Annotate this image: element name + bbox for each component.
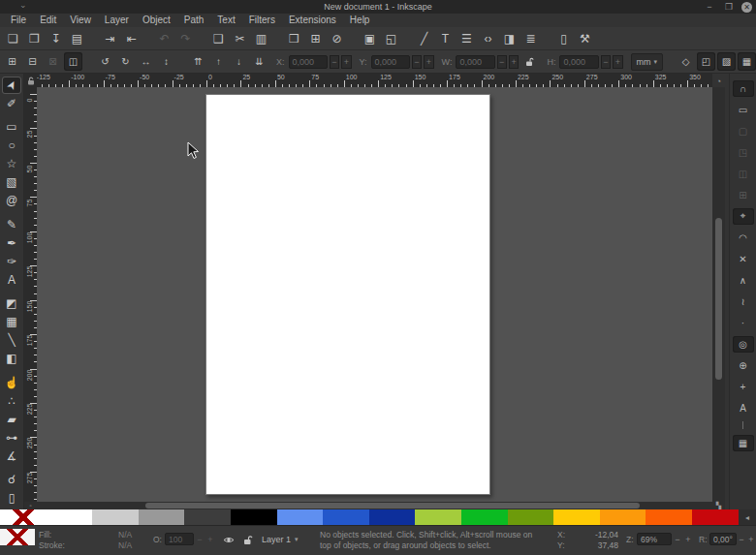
color-managed-display-toggle[interactable]: ▫ (24, 502, 37, 509)
tool-tweak[interactable]: ☝ (2, 374, 21, 391)
new-document-button[interactable]: ❏ (4, 29, 22, 47)
snap-bounding-box[interactable]: ▭ (733, 102, 754, 118)
layer-lock-toggle[interactable] (240, 532, 256, 547)
select-all-layers-button[interactable]: ⊟ (23, 52, 42, 71)
y-field-minus-button[interactable]: − (412, 55, 422, 69)
palette-swatch-7[interactable] (323, 509, 369, 525)
fill-stroke-none-swatch[interactable] (0, 529, 35, 545)
palette-swatch-8[interactable] (369, 509, 416, 525)
h-field-plus-button[interactable]: + (613, 55, 622, 69)
snap-nodes-paths[interactable]: ⌖ (733, 208, 754, 225)
canvas[interactable] (37, 87, 712, 502)
opacity-plus-button[interactable]: + (205, 533, 215, 545)
palette-swatch-5[interactable] (231, 509, 277, 525)
vertical-scrollbar-thumb[interactable] (715, 218, 722, 380)
raise-to-top-button[interactable]: ⇈ (189, 52, 207, 71)
snap-cusp-nodes[interactable]: ∧ (733, 272, 754, 289)
horizontal-scrollbar[interactable]: ▫ ▚ (24, 502, 725, 509)
menu-edit[interactable]: Edit (33, 14, 63, 27)
xml-editor-button[interactable]: ‹› (479, 29, 497, 47)
snap-others[interactable]: ◎ (733, 336, 754, 353)
layers-dialog-button[interactable]: ☰ (457, 29, 476, 47)
print-button[interactable]: ▤ (68, 29, 86, 47)
ungroup-button[interactable]: ◱ (382, 29, 400, 47)
tool-zoom[interactable]: ☌ (2, 471, 21, 488)
undo-button[interactable]: ↶ (155, 29, 173, 47)
flip-vertical-button[interactable]: ↕ (157, 52, 175, 71)
tool-page[interactable]: ▯ (2, 489, 21, 507)
rotate-ccw-button[interactable]: ↺ (96, 52, 114, 71)
opacity-minus-button[interactable]: − (195, 533, 205, 545)
tool-mesh-gradient[interactable]: ▦ (2, 313, 21, 330)
snap-grids[interactable] (733, 456, 754, 473)
snap-rotation-centers[interactable]: + (733, 379, 754, 395)
raise-button[interactable]: ↑ (209, 52, 228, 71)
lower-to-bottom-button[interactable]: ⇊ (250, 52, 268, 71)
palette-swatch-3[interactable] (139, 509, 185, 525)
menu-filters[interactable]: Filters (242, 14, 282, 27)
menu-view[interactable]: View (63, 14, 98, 27)
copy-button[interactable]: ❑ (209, 29, 228, 47)
scale-corners-toggle[interactable]: ◰ (697, 52, 715, 71)
snap-bbox-corners[interactable]: ◳ (733, 144, 754, 161)
snap-paths[interactable]: ◠ (733, 230, 754, 246)
tool-ellipse[interactable]: ○ (2, 137, 21, 154)
zoom-field[interactable]: 69% (637, 533, 672, 545)
document-page[interactable] (205, 94, 490, 495)
tool-star[interactable]: ☆ (2, 155, 21, 172)
tool-dropper[interactable]: ╲ (2, 331, 21, 349)
stroke-value[interactable]: N/A (118, 540, 132, 550)
snap-text-baseline[interactable]: A (733, 400, 754, 416)
menu-text[interactable]: Text (210, 14, 241, 27)
rotation-field[interactable]: 0,00° (709, 533, 737, 545)
x-field-minus-button[interactable]: − (330, 55, 339, 69)
palette-swatch-12[interactable] (553, 509, 600, 525)
menu-path[interactable]: Path (177, 14, 211, 27)
preferences-button[interactable]: ⚒ (576, 29, 594, 47)
maximize-button[interactable]: ❐ (722, 1, 736, 13)
align-distribute-button[interactable]: ≣ (521, 29, 540, 47)
lower-button[interactable]: ↓ (230, 52, 248, 71)
tool-bezier-pen[interactable]: ✒ (2, 234, 21, 252)
snap-bbox-edge-midpoints[interactable]: ◫ (733, 166, 754, 182)
fill-value[interactable]: N/A (118, 530, 132, 540)
snap-master-toggle[interactable]: ∩ (733, 80, 754, 97)
horizontal-ruler[interactable]: -125-100-75-50-2502550751001251501752002… (37, 74, 712, 87)
layer-selector[interactable]: Layer 1 ▾ (258, 532, 302, 547)
open-document-button[interactable]: ❐ (25, 29, 44, 47)
layer-visibility-toggle[interactable] (221, 532, 236, 547)
palette-swatch-14[interactable] (646, 509, 692, 525)
save-document-button[interactable]: ↧ (47, 29, 65, 47)
palette-swatch-none[interactable] (0, 509, 47, 525)
palette-swatch-15[interactable] (692, 509, 739, 525)
palette-swatch-2[interactable] (92, 509, 139, 525)
cut-button[interactable]: ✂ (231, 29, 249, 47)
units-dropdown[interactable]: mm▾ (631, 53, 664, 71)
tool-calligraphy[interactable]: ✑ (2, 253, 21, 270)
snap-bbox-centers[interactable]: ⊞ (733, 187, 754, 203)
lock-ratio-toggle[interactable] (520, 52, 539, 71)
text-dialog-button[interactable]: T (436, 29, 455, 47)
tool-rectangle[interactable]: ▭ (2, 118, 21, 136)
scale-gradients-toggle[interactable]: ▨ (717, 52, 736, 71)
x-field[interactable]: 0,000 (289, 55, 328, 69)
selection-box-toggle[interactable]: ◫ (64, 52, 82, 71)
tool-eraser[interactable]: ▰ (2, 411, 21, 428)
vertical-scrollbar[interactable] (712, 87, 725, 502)
draw-path-button[interactable]: ╱ (415, 29, 433, 47)
zoom-in-button[interactable]: + (683, 533, 693, 545)
duplicate-button[interactable]: ❒ (285, 29, 303, 47)
w-field-minus-button[interactable]: − (497, 55, 507, 69)
h-field[interactable]: 0,000 (559, 55, 598, 69)
select-all-button[interactable]: ⊞ (3, 52, 21, 71)
flip-horizontal-button[interactable]: ↔ (137, 52, 155, 71)
rotation-minus-button[interactable]: − (737, 533, 746, 545)
snap-line-midpoints[interactable]: · (733, 315, 754, 331)
menu-file[interactable]: File (4, 14, 33, 27)
tool-spray[interactable]: ∴ (2, 392, 21, 410)
rotation-plus-button[interactable]: + (746, 533, 756, 545)
paste-button[interactable]: ▥ (252, 29, 270, 47)
w-field[interactable]: 0,000 (456, 55, 494, 69)
palette-swatch-9[interactable] (415, 509, 461, 525)
fill-stroke-dialog-button[interactable]: ◨ (500, 29, 519, 47)
